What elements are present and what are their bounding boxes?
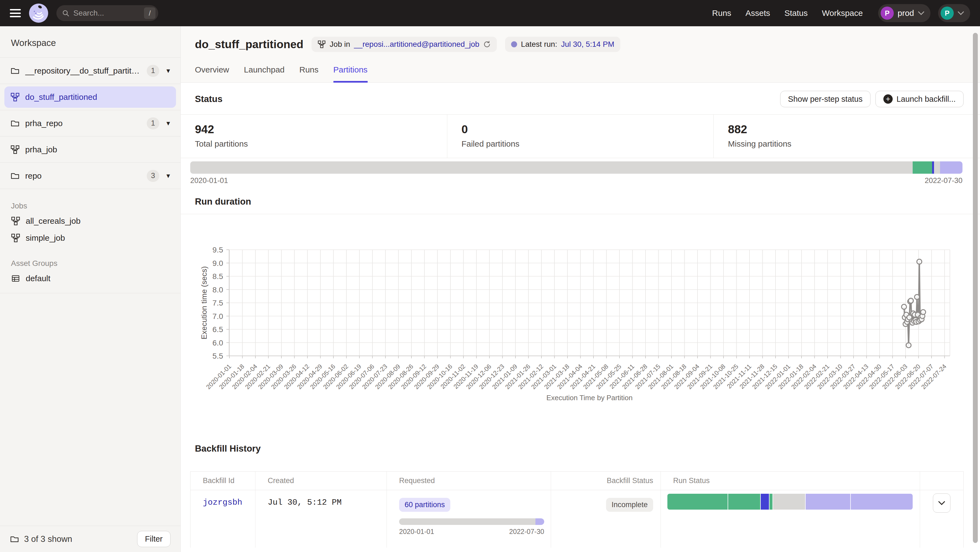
caret-down-icon[interactable]: ▾ <box>166 119 170 127</box>
nav-link-workspace[interactable]: Workspace <box>822 8 863 18</box>
nav-link-runs[interactable]: Runs <box>712 8 731 18</box>
svg-text:9.0: 9.0 <box>212 259 223 268</box>
run-duration-chart[interactable]: 9.59.08.58.07.57.06.56.05.52020-01-01202… <box>181 214 964 406</box>
job-tag-link[interactable]: __reposi...artitioned@partitioned_job <box>354 40 479 49</box>
job-icon <box>11 216 20 226</box>
tab-launchpad[interactable]: Launchpad <box>244 65 285 82</box>
tab-partitions[interactable]: Partitions <box>333 65 368 82</box>
requested-partitions-chip[interactable]: 60 partitions <box>399 498 450 512</box>
stat-label: Failed partitions <box>461 139 714 149</box>
chevron-down-icon <box>918 11 924 15</box>
tab-overview[interactable]: Overview <box>195 65 229 82</box>
table-row-cell-backfill-id: jozrgsbh <box>191 490 255 547</box>
svg-text:7.5: 7.5 <box>212 299 223 307</box>
svg-text:8.5: 8.5 <box>212 272 223 281</box>
svg-text:Execution time (secs): Execution time (secs) <box>200 266 208 339</box>
folder-icon <box>10 535 19 544</box>
run-status-bar[interactable] <box>667 494 913 509</box>
sidebar-item-repository-do-stuff-partitio[interactable]: __repository__do_stuff_partitio...1▾ <box>0 58 180 84</box>
deployment-switcher[interactable]: P prod <box>878 4 931 22</box>
requested-range-start: 2020-01-01 <box>399 528 434 536</box>
bar-segment <box>913 162 932 174</box>
dagster-logo-icon[interactable] <box>29 3 49 23</box>
backfill-history-heading: Backfill History <box>195 443 964 454</box>
sidebar-item-default[interactable]: default <box>0 270 180 287</box>
caret-down-icon[interactable]: ▾ <box>166 67 170 75</box>
expand-row-button[interactable] <box>933 493 950 512</box>
section-label-jobs: Jobs <box>0 189 180 213</box>
job-icon <box>11 233 20 243</box>
page-header: do_stuff_partitioned Job in __reposi...a… <box>181 26 980 82</box>
tab-runs[interactable]: Runs <box>299 65 319 82</box>
caret-down-icon[interactable]: ▾ <box>166 171 170 180</box>
status-heading: Status <box>195 94 223 104</box>
refresh-icon[interactable] <box>483 40 491 48</box>
search-input[interactable] <box>73 9 140 17</box>
sidebar-footer: 3 of 3 shown Filter <box>0 526 180 552</box>
sidebar-item-prha-repo[interactable]: prha_repo1▾ <box>0 110 180 136</box>
workspace-sidebar: Workspace __repository__do_stuff_partiti… <box>0 26 181 552</box>
launch-backfill-button[interactable]: + Launch backfill... <box>875 91 964 107</box>
sidebar-item-all_cereals_job[interactable]: all_cereals_job <box>0 213 180 230</box>
chevron-down-icon <box>958 11 964 15</box>
bar-segment <box>761 494 769 509</box>
launch-backfill-label: Launch backfill... <box>897 95 956 104</box>
table-row-cell-run-status <box>661 490 920 547</box>
stat-failed-partitions: 0 Failed partitions <box>447 114 714 158</box>
stat-value: 0 <box>461 123 714 136</box>
filter-button[interactable]: Filter <box>137 531 170 547</box>
stat-label: Total partitions <box>195 139 447 149</box>
sidebar-item-label: do_stuff_partitioned <box>25 92 170 102</box>
user-avatar: P <box>940 6 954 20</box>
job-tag-prefix: Job in <box>329 40 350 49</box>
svg-text:6.0: 6.0 <box>212 339 223 347</box>
sidebar-item-label: default <box>26 274 50 283</box>
sidebar-item-prha-job[interactable]: prha_job <box>0 136 180 163</box>
bar-segment <box>770 494 773 509</box>
partition-range-end: 2022-07-30 <box>925 176 963 185</box>
section-label-asset-groups: Asset Groups <box>0 246 180 270</box>
search-shortcut-key: / <box>144 7 156 19</box>
backfill-id-link[interactable]: jozrgsbh <box>203 498 242 507</box>
job-icon <box>10 92 20 102</box>
nav-link-status[interactable]: Status <box>784 8 808 18</box>
bar-segment <box>773 494 806 509</box>
sidebar-item-repo[interactable]: repo3▾ <box>0 163 180 189</box>
plus-icon: + <box>883 94 892 104</box>
tabs: Overview Launchpad Runs Partitions <box>195 65 964 82</box>
grid-icon <box>11 274 20 283</box>
count-badge: 1 <box>147 117 159 129</box>
nav-links: RunsAssetsStatusWorkspace <box>712 8 863 18</box>
search-box[interactable]: / <box>56 5 158 21</box>
sidebar-item-label: repo <box>25 171 141 181</box>
job-tag: Job in __reposi...artitioned@partitioned… <box>312 36 497 52</box>
table-row-cell-actions <box>920 490 963 547</box>
show-per-step-status-button[interactable]: Show per-step status <box>780 91 870 107</box>
sidebar-item-do-stuff-partitioned[interactable]: do_stuff_partitioned <box>0 84 180 110</box>
bar-segment <box>940 162 963 174</box>
svg-text:7.0: 7.0 <box>212 312 223 320</box>
backfill-status-badge: Incomplete <box>606 498 653 512</box>
top-navigation: / RunsAssetsStatusWorkspace P prod P <box>0 0 980 26</box>
job-icon <box>10 145 20 154</box>
sidebar-item-simple_job[interactable]: simple_job <box>0 230 180 246</box>
run-status-dot-icon <box>511 41 517 47</box>
run-duration-heading: Run duration <box>195 197 966 207</box>
latest-run-link[interactable]: Jul 30, 5:14 PM <box>561 40 614 49</box>
bar-segment <box>806 494 851 509</box>
nav-link-assets[interactable]: Assets <box>745 8 770 18</box>
folder-icon <box>10 66 20 76</box>
column-header-backfill-id: Backfill Id <box>191 471 255 490</box>
deployment-avatar: P <box>881 6 894 20</box>
hamburger-menu-icon[interactable] <box>10 9 21 17</box>
user-menu[interactable]: P <box>938 4 970 22</box>
sidebar-item-label: all_cereals_job <box>26 216 81 226</box>
page-title: do_stuff_partitioned <box>195 38 303 51</box>
job-icon <box>318 40 326 48</box>
svg-text:9.5: 9.5 <box>212 246 223 254</box>
created-value: Jul 30, 5:12 PM <box>268 498 342 507</box>
main-content: do_stuff_partitioned Job in __reposi...a… <box>181 26 980 552</box>
table-row-cell-requested: 60 partitions 2020-01-01 2022-07-30 <box>387 490 551 547</box>
vertical-scrollbar[interactable] <box>973 33 978 543</box>
partition-status-bar[interactable] <box>190 162 963 174</box>
